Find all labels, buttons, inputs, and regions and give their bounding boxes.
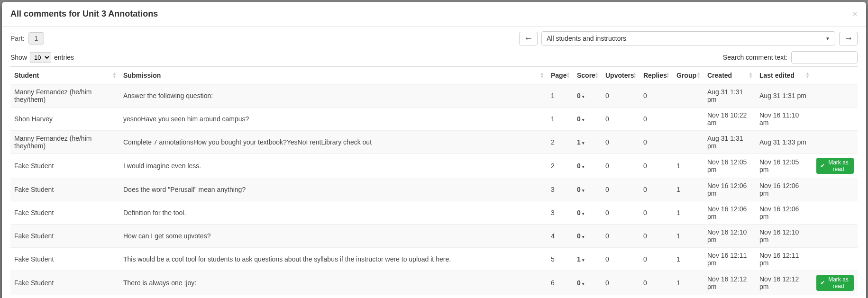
top-controls: Part: 1 🡐 All students and instructors ▼… <box>2 27 866 45</box>
cell-edited: Aug 31 1:33 pm <box>756 131 813 154</box>
col-page[interactable]: Page▲▼ <box>547 67 573 84</box>
cell-score[interactable]: 1▾ <box>573 131 602 154</box>
cell-upvoters: 0 <box>602 84 640 108</box>
cell-group <box>673 84 704 108</box>
cell-edited: Nov 16 11:10 am <box>756 108 813 131</box>
cell-edited: Aug 31 1:31 pm <box>756 84 813 108</box>
caret-down-icon: ▾ <box>582 258 585 262</box>
mark-as-read-button[interactable]: ✔Mark as read <box>816 275 854 291</box>
cell-submission: I would imagine even less. <box>119 154 547 178</box>
cell-score[interactable]: 0▾ <box>573 84 602 108</box>
col-created[interactable]: Created▲▼ <box>704 67 756 84</box>
cell-actions <box>813 225 858 248</box>
cell-upvoters: 0 <box>602 201 640 225</box>
caret-down-icon: ▾ <box>582 281 585 286</box>
cell-student: Fake Student <box>10 201 119 225</box>
cell-student: Manny Fernandez (he/him they/them) <box>10 131 119 154</box>
cell-edited: Nov 16 12:11 pm <box>756 248 813 271</box>
col-last-edited[interactable]: Last edited▲▼ <box>756 67 813 84</box>
cell-student: Fake Student <box>10 225 119 248</box>
comments-modal: All comments for Unit 3 Annotations × Pa… <box>2 2 866 298</box>
cell-submission: Complete 7 annotationsHow you bought you… <box>119 131 547 154</box>
search-input[interactable] <box>791 51 858 63</box>
cell-group: 1 <box>673 225 704 248</box>
part-label: Part: <box>10 35 25 42</box>
cell-student: Shon Harvey <box>10 108 119 131</box>
cell-group: 1 <box>673 154 704 178</box>
cell-upvoters: 0 <box>602 178 640 201</box>
cell-student: Manny Fernandez (he/him they/them) <box>10 84 119 108</box>
cell-submission: This would be a cool tool for students t… <box>119 248 547 271</box>
cell-page: 6 <box>547 271 573 295</box>
cell-score[interactable]: 0▾ <box>573 225 602 248</box>
table-row: Fake StudentDoes the word "Perusall" mea… <box>10 178 858 201</box>
cell-submission: Does the word "Perusall" mean anything? <box>119 178 547 201</box>
arrow-left-icon: 🡐 <box>525 35 531 42</box>
show-prefix: Show <box>10 54 27 61</box>
cell-student: Fake Student <box>10 248 119 271</box>
cell-submission: Definition for the tool. <box>119 201 547 225</box>
cell-upvoters: 0 <box>602 131 640 154</box>
entries-select[interactable]: 10 <box>30 52 51 63</box>
cell-upvoters: 0 <box>602 271 640 295</box>
cell-page: 5 <box>547 248 573 271</box>
cell-edited: Nov 16 12:05 pm <box>756 154 813 178</box>
next-student-button[interactable]: 🡒 <box>839 32 858 45</box>
col-student[interactable]: Student▲▼ <box>10 67 119 84</box>
col-score[interactable]: Score▲▼ <box>573 67 602 84</box>
table-row: Manny Fernandez (he/him they/them)Comple… <box>10 131 858 154</box>
col-submission[interactable]: Submission▲▼ <box>119 67 547 84</box>
cell-student: Fake Student <box>10 154 119 178</box>
cell-edited: Nov 16 12:06 pm <box>756 178 813 201</box>
cell-created: Nov 16 12:12 pm <box>704 271 756 295</box>
cell-created: Nov 16 10:22 am <box>704 108 756 131</box>
table-row: Fake StudentI would imagine even less.20… <box>10 154 858 178</box>
show-entries: Show 10 entries <box>10 52 74 63</box>
student-filter-value: All students and instructors <box>547 35 626 42</box>
cell-score[interactable]: 0▾ <box>573 178 602 201</box>
cell-group: 1 <box>673 248 704 271</box>
cell-replies: 0 <box>640 84 673 108</box>
mid-controls: Show 10 entries Search comment text: <box>2 45 866 66</box>
cell-actions <box>813 178 858 201</box>
col-group[interactable]: Group▲▼ <box>673 67 704 84</box>
close-icon[interactable]: × <box>852 9 858 19</box>
caret-down-icon: ▾ <box>582 141 585 145</box>
col-upvoters[interactable]: Upvoters▲▼ <box>602 67 640 84</box>
cell-group <box>673 131 704 154</box>
cell-actions <box>813 201 858 225</box>
part-value[interactable]: 1 <box>28 32 45 45</box>
cell-page: 1 <box>547 108 573 131</box>
mark-as-read-button[interactable]: ✔Mark as read <box>816 158 854 174</box>
modal-header: All comments for Unit 3 Annotations × <box>2 2 866 27</box>
cell-replies: 0 <box>640 225 673 248</box>
search-label: Search comment text: <box>723 54 787 61</box>
col-replies[interactable]: Replies▲▼ <box>640 67 673 84</box>
search-wrap: Search comment text: <box>723 51 858 63</box>
cell-submission: Answer the following question: <box>119 84 547 108</box>
cell-score[interactable]: 0▾ <box>573 271 602 295</box>
table-row: Fake StudentThis would be a cool tool fo… <box>10 248 858 271</box>
cell-upvoters: 0 <box>602 248 640 271</box>
cell-actions <box>813 108 858 131</box>
check-icon: ✔ <box>820 163 825 169</box>
cell-score[interactable]: 1▾ <box>573 248 602 271</box>
prev-student-button[interactable]: 🡐 <box>519 32 538 45</box>
cell-page: 3 <box>547 178 573 201</box>
student-filter-select[interactable]: All students and instructors ▼ <box>541 31 835 45</box>
caret-down-icon: ▾ <box>582 188 585 193</box>
modal-title: All comments for Unit 3 Annotations <box>10 9 158 19</box>
cell-created: Nov 16 12:11 pm <box>704 248 756 271</box>
cell-replies: 0 <box>640 201 673 225</box>
cell-score[interactable]: 0▾ <box>573 108 602 131</box>
caret-down-icon: ▾ <box>582 94 585 99</box>
cell-created: Aug 31 1:31 pm <box>704 84 756 108</box>
table-footer: Showing 1 to 9 of 9 entries ❮ Previous 1… <box>2 295 866 298</box>
cell-score[interactable]: 0▾ <box>573 201 602 225</box>
caret-down-icon: ▾ <box>582 211 585 216</box>
cell-replies: 0 <box>640 131 673 154</box>
caret-down-icon: ▾ <box>582 235 585 239</box>
cell-upvoters: 0 <box>602 154 640 178</box>
cell-score[interactable]: 0▾ <box>573 154 602 178</box>
arrow-right-icon: 🡒 <box>845 35 851 42</box>
